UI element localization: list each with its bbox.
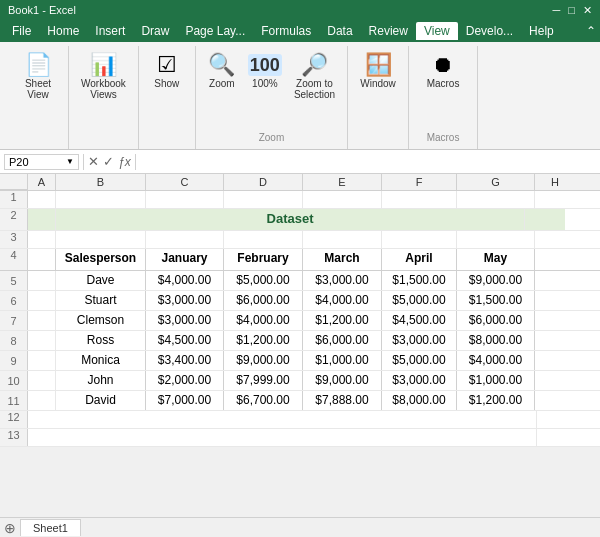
col-header-h[interactable]: H	[535, 174, 575, 190]
menu-item-data[interactable]: Data	[319, 22, 360, 40]
menu-item-help[interactable]: Help	[521, 22, 562, 40]
cell-b7[interactable]: Clemson	[56, 311, 146, 330]
close-icon[interactable]: ✕	[583, 4, 592, 17]
cell-g7[interactable]: $6,000.00	[457, 311, 535, 330]
cell-a9[interactable]	[28, 351, 56, 370]
cell-b11[interactable]: David	[56, 391, 146, 410]
cell-b2-merged[interactable]: Dataset	[56, 209, 525, 230]
macros-button[interactable]: ⏺ Macros	[421, 50, 465, 93]
cell-d8[interactable]: $1,200.00	[224, 331, 303, 350]
cell-h10[interactable]	[535, 371, 575, 390]
col-header-b[interactable]: B	[56, 174, 146, 190]
cell-e8[interactable]: $6,000.00	[303, 331, 382, 350]
zoom-button[interactable]: 🔍 Zoom	[204, 50, 240, 93]
function-icon[interactable]: ƒx	[118, 155, 131, 169]
cell-e11[interactable]: $7,888.00	[303, 391, 382, 410]
cell-a7[interactable]	[28, 311, 56, 330]
cell-a8[interactable]	[28, 331, 56, 350]
cell-f7[interactable]: $4,500.00	[382, 311, 457, 330]
cell-f9[interactable]: $5,000.00	[382, 351, 457, 370]
cell-h3[interactable]	[535, 231, 575, 248]
cell-b8[interactable]: Ross	[56, 331, 146, 350]
cell-c3[interactable]	[146, 231, 224, 248]
row-num-3[interactable]: 3	[0, 231, 28, 248]
cell-h9[interactable]	[535, 351, 575, 370]
cell-b5[interactable]: Dave	[56, 271, 146, 290]
row-num-12[interactable]: 12	[0, 411, 28, 428]
cell-a1[interactable]	[28, 191, 56, 208]
cell-b1[interactable]	[56, 191, 146, 208]
cell-h4[interactable]	[535, 249, 575, 270]
cell-h2[interactable]	[525, 209, 565, 230]
cell-h11[interactable]	[535, 391, 575, 410]
cell-g5[interactable]: $9,000.00	[457, 271, 535, 290]
confirm-formula-icon[interactable]: ✓	[103, 154, 114, 169]
cell-a2[interactable]	[28, 209, 56, 230]
cell-b6[interactable]: Stuart	[56, 291, 146, 310]
name-box-dropdown-icon[interactable]: ▼	[66, 157, 74, 166]
row-num-6[interactable]: 6	[0, 291, 28, 310]
row-num-2[interactable]: 2	[0, 209, 28, 230]
col-header-f[interactable]: F	[382, 174, 457, 190]
col-header-g[interactable]: G	[457, 174, 535, 190]
cell-d6[interactable]: $6,000.00	[224, 291, 303, 310]
cell-a6[interactable]	[28, 291, 56, 310]
cell-d4[interactable]: February	[224, 249, 303, 270]
cell-h8[interactable]	[535, 331, 575, 350]
col-header-e[interactable]: E	[303, 174, 382, 190]
row-num-11[interactable]: 11	[0, 391, 28, 410]
cell-g3[interactable]	[457, 231, 535, 248]
maximize-icon[interactable]: □	[568, 4, 575, 17]
new-sheet-button[interactable]: ⊕	[4, 520, 16, 536]
cell-e5[interactable]: $3,000.00	[303, 271, 382, 290]
minimize-icon[interactable]: ─	[553, 4, 561, 17]
zoom-selection-button[interactable]: 🔎 Zoom toSelection	[290, 50, 339, 104]
name-box[interactable]: P20 ▼	[4, 154, 79, 170]
formula-input[interactable]	[140, 155, 596, 169]
menu-item-insert[interactable]: Insert	[87, 22, 133, 40]
cell-f6[interactable]: $5,000.00	[382, 291, 457, 310]
cell-d9[interactable]: $9,000.00	[224, 351, 303, 370]
cell-a4[interactable]	[28, 249, 56, 270]
cancel-formula-icon[interactable]: ✕	[88, 154, 99, 169]
window-button[interactable]: 🪟 Window	[356, 50, 400, 93]
cell-e4[interactable]: March	[303, 249, 382, 270]
row-num-10[interactable]: 10	[0, 371, 28, 390]
cell-f10[interactable]: $3,000.00	[382, 371, 457, 390]
cell-h1[interactable]	[535, 191, 575, 208]
zoom-100-button[interactable]: 100 100%	[244, 50, 286, 93]
row-num-1[interactable]: 1	[0, 191, 28, 208]
cell-d5[interactable]: $5,000.00	[224, 271, 303, 290]
sheet-view-button[interactable]: 📄 SheetView	[16, 50, 60, 104]
cell-e6[interactable]: $4,000.00	[303, 291, 382, 310]
cell-a3[interactable]	[28, 231, 56, 248]
cell-d1[interactable]	[224, 191, 303, 208]
workbook-views-button[interactable]: 📊 WorkbookViews	[77, 50, 130, 104]
menu-item-review[interactable]: Review	[361, 22, 416, 40]
cell-g8[interactable]: $8,000.00	[457, 331, 535, 350]
col-header-c[interactable]: C	[146, 174, 224, 190]
row-num-9[interactable]: 9	[0, 351, 28, 370]
cell-f11[interactable]: $8,000.00	[382, 391, 457, 410]
cell-b4[interactable]: Salesperson	[56, 249, 146, 270]
cell-f5[interactable]: $1,500.00	[382, 271, 457, 290]
cell-c5[interactable]: $4,000.00	[146, 271, 224, 290]
cell-c11[interactable]: $7,000.00	[146, 391, 224, 410]
row-num-13[interactable]: 13	[0, 429, 28, 446]
cell-g6[interactable]: $1,500.00	[457, 291, 535, 310]
cell-f3[interactable]	[382, 231, 457, 248]
menu-item-pagelayout[interactable]: Page Lay...	[177, 22, 253, 40]
cell-f8[interactable]: $3,000.00	[382, 331, 457, 350]
cell-c4[interactable]: January	[146, 249, 224, 270]
cell-e7[interactable]: $1,200.00	[303, 311, 382, 330]
cell-e10[interactable]: $9,000.00	[303, 371, 382, 390]
menu-item-view[interactable]: View	[416, 22, 458, 40]
cell-g10[interactable]: $1,000.00	[457, 371, 535, 390]
cell-a5[interactable]	[28, 271, 56, 290]
show-button[interactable]: ☑ Show	[147, 50, 187, 93]
cell-c6[interactable]: $3,000.00	[146, 291, 224, 310]
row-num-8[interactable]: 8	[0, 331, 28, 350]
cell-e9[interactable]: $1,000.00	[303, 351, 382, 370]
menu-item-file[interactable]: File	[4, 22, 39, 40]
cell-c10[interactable]: $2,000.00	[146, 371, 224, 390]
